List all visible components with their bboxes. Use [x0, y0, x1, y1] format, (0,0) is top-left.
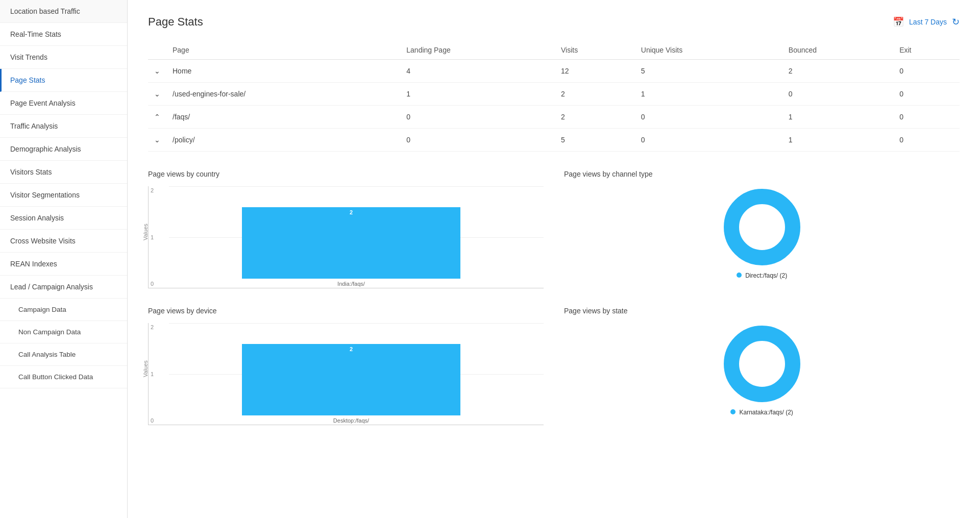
charts-row-2: Page views by device 2 1 0 Values: [148, 307, 960, 425]
sidebar-item-visit-trends[interactable]: Visit Trends: [0, 46, 127, 69]
row-bounced: 0: [782, 83, 893, 106]
row-chevron[interactable]: ⌄: [148, 60, 166, 83]
page-title: Page Stats: [148, 15, 203, 29]
legend-dot-state: [730, 409, 736, 414]
page-header: Page Stats 📅 Last 7 Days ↻: [148, 15, 960, 29]
sidebar-item-call-analysis-table[interactable]: Call Analysis Table: [0, 343, 127, 366]
col-exit: Exit: [893, 41, 960, 60]
bars-country: 2 India:/faqs/: [169, 186, 533, 288]
bar-col-india: 2 India:/faqs/: [169, 207, 533, 287]
date-range-label[interactable]: Last 7 Days: [909, 18, 947, 26]
chart-channel-title: Page views by channel type: [564, 170, 960, 178]
row-unique: 1: [635, 83, 782, 106]
bar-x-label-india: India:/faqs/: [337, 281, 365, 287]
row-exit: 0: [893, 106, 960, 129]
bar-desktop: 2: [242, 344, 460, 415]
row-landing: 0: [400, 129, 555, 152]
sidebar-item-cross-website-visits[interactable]: Cross Website Visits: [0, 230, 127, 253]
calendar-icon: 📅: [893, 16, 904, 28]
sidebar-item-rean-indexes[interactable]: REAN Indexes: [0, 253, 127, 276]
y-axis-labels: 2 1 0: [151, 186, 154, 288]
row-landing: 0: [400, 106, 555, 129]
bar-col-desktop: 2 Desktop:/faqs/: [169, 344, 533, 424]
donut-state-label: Karnataka:/faqs/ (2): [730, 409, 793, 416]
sidebar-item-page-stats[interactable]: Page Stats: [0, 69, 127, 92]
svg-point-1: [744, 209, 780, 245]
row-unique: 0: [635, 129, 782, 152]
row-exit: 0: [893, 60, 960, 83]
legend-dot-channel: [737, 273, 742, 278]
row-visits: 12: [555, 60, 635, 83]
table-row: ⌃ /faqs/ 0 2 0 1 0: [148, 106, 960, 129]
row-exit: 0: [893, 129, 960, 152]
sidebar-item-call-button-clicked-data[interactable]: Call Button Clicked Data: [0, 366, 127, 388]
chart-state-title: Page views by state: [564, 307, 960, 315]
row-chevron[interactable]: ⌄: [148, 83, 166, 106]
sidebar-item-visitor-segmentations[interactable]: Visitor Segmentations: [0, 184, 127, 207]
sidebar: Location based TrafficReal-Time StatsVis…: [0, 0, 128, 518]
chart-channel: Page views by channel type Direct:/faqs/…: [564, 170, 960, 288]
col-unique: Unique Visits: [635, 41, 782, 60]
row-visits: 2: [555, 106, 635, 129]
row-landing: 4: [400, 60, 555, 83]
bars-device: 2 Desktop:/faqs/: [169, 323, 533, 425]
chart-device-title: Page views by device: [148, 307, 544, 315]
donut-state: Karnataka:/faqs/ (2): [564, 323, 960, 416]
sidebar-item-session-analysis[interactable]: Session Analysis: [0, 207, 127, 230]
row-bounced: 1: [782, 106, 893, 129]
page-stats-table: Page Landing Page Visits Unique Visits B…: [148, 41, 960, 152]
chart-country-title: Page views by country: [148, 170, 544, 178]
channel-legend-text: Direct:/faqs/ (2): [745, 272, 787, 279]
table-row: ⌄ /used-engines-for-sale/ 1 2 1 0 0: [148, 83, 960, 106]
col-landing: Landing Page: [400, 41, 555, 60]
row-page: Home: [166, 60, 400, 83]
state-legend-text: Karnataka:/faqs/ (2): [739, 409, 793, 416]
row-visits: 2: [555, 83, 635, 106]
refresh-icon[interactable]: ↻: [952, 16, 960, 28]
donut-svg-state: [721, 323, 803, 405]
row-page: /policy/: [166, 129, 400, 152]
row-bounced: 1: [782, 129, 893, 152]
bar-india: 2: [242, 207, 460, 279]
table-header-row: Page Landing Page Visits Unique Visits B…: [148, 41, 960, 60]
chart-state: Page views by state Karnataka:/faqs/ (2): [564, 307, 960, 425]
donut-channel: Direct:/faqs/ (2): [564, 186, 960, 279]
donut-channel-label: Direct:/faqs/ (2): [737, 272, 787, 279]
row-page: /used-engines-for-sale/: [166, 83, 400, 106]
sidebar-item-non-campaign-data[interactable]: Non Campaign Data: [0, 321, 127, 343]
bar-chart-country: 2 1 0 Values 2 India:/faqs/: [148, 186, 544, 288]
col-visits: Visits: [555, 41, 635, 60]
date-range-control[interactable]: 📅 Last 7 Days ↻: [893, 16, 960, 28]
sidebar-item-location-based-traffic[interactable]: Location based Traffic: [0, 0, 127, 23]
sidebar-item-lead-/-campaign-analysis[interactable]: Lead / Campaign Analysis: [0, 276, 127, 299]
sidebar-item-real-time-stats[interactable]: Real-Time Stats: [0, 23, 127, 46]
row-visits: 5: [555, 129, 635, 152]
row-unique: 5: [635, 60, 782, 83]
row-chevron[interactable]: ⌃: [148, 106, 166, 129]
sidebar-item-visitors-stats[interactable]: Visitors Stats: [0, 161, 127, 184]
chart-country: Page views by country 2 1 0 Values: [148, 170, 544, 288]
charts-row-1: Page views by country 2 1 0 Values: [148, 170, 960, 288]
y-axis-title-country: Values: [142, 224, 149, 240]
row-page: /faqs/: [166, 106, 400, 129]
col-expand: [148, 41, 166, 60]
sidebar-item-campaign-data[interactable]: Campaign Data: [0, 299, 127, 321]
sidebar-item-traffic-analysis[interactable]: Traffic Analysis: [0, 115, 127, 138]
bar-chart-device: 2 1 0 Values 2 Desktop:/faqs/: [148, 323, 544, 425]
main-content: Page Stats 📅 Last 7 Days ↻ Page Landing …: [128, 0, 980, 518]
chart-device: Page views by device 2 1 0 Values: [148, 307, 544, 425]
row-exit: 0: [893, 83, 960, 106]
col-bounced: Bounced: [782, 41, 893, 60]
table-row: ⌄ /policy/ 0 5 0 1 0: [148, 129, 960, 152]
row-bounced: 2: [782, 60, 893, 83]
y-axis-labels-device: 2 1 0: [151, 323, 154, 425]
row-landing: 1: [400, 83, 555, 106]
svg-point-3: [744, 346, 780, 382]
row-unique: 0: [635, 106, 782, 129]
sidebar-item-page-event-analysis[interactable]: Page Event Analysis: [0, 92, 127, 115]
donut-svg-channel: [721, 186, 803, 268]
col-page: Page: [166, 41, 400, 60]
row-chevron[interactable]: ⌄: [148, 129, 166, 152]
bar-x-label-desktop: Desktop:/faqs/: [333, 417, 369, 424]
sidebar-item-demographic-analysis[interactable]: Demographic Analysis: [0, 138, 127, 161]
